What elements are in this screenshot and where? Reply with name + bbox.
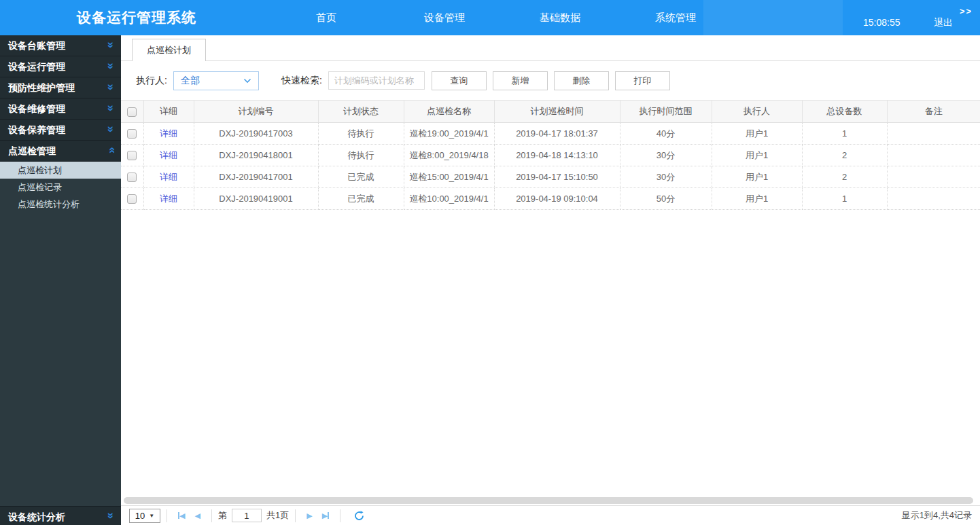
col-header-executor: 执行人 [712, 101, 802, 123]
sidebar-group-inspection[interactable]: 点巡检管理 » [0, 141, 121, 162]
quick-search-input[interactable] [328, 71, 425, 90]
app-title: 设备运行管理系统 [77, 0, 196, 35]
detail-link[interactable]: 详细 [160, 128, 177, 139]
detail-link[interactable]: 详细 [160, 194, 177, 204]
cell-range: 40分 [620, 123, 712, 145]
horizontal-scrollbar-thumb[interactable] [124, 497, 973, 504]
col-header-count: 总设备数 [802, 101, 887, 123]
cell-plan-no: DXJ-20190417003 [194, 123, 318, 145]
last-page-button[interactable]: ▶ [322, 512, 329, 520]
cell-range: 50分 [620, 188, 712, 210]
executor-select-value: 全部 [181, 75, 200, 87]
sidebar-group-label: 点巡检管理 [8, 145, 56, 156]
top-navbar: 设备运行管理系统 首页 设备管理 基础数据 系统管理 15:08:55 退出 >… [0, 0, 980, 35]
select-all-checkbox[interactable] [127, 107, 137, 117]
sidebar-group-operation[interactable]: 设备运行管理 » [0, 56, 121, 77]
page-number-input[interactable] [232, 509, 262, 522]
chevron-down-icon [243, 78, 251, 84]
prev-page-button[interactable]: ◀ [194, 512, 200, 520]
cell-count: 2 [802, 145, 887, 166]
cell-count: 1 [802, 123, 887, 145]
plans-table: 详细 计划编号 计划状态 点巡检名称 计划巡检时间 执行时间范围 执行人 总设备… [121, 100, 980, 210]
table-row: 详细 DXJ-20190418001 待执行 巡检8:00_2019/4/18 … [121, 145, 980, 166]
cell-status: 待执行 [318, 123, 404, 145]
executor-select[interactable]: 全部 [173, 71, 259, 90]
sidebar-group-label: 设备运行管理 [8, 61, 65, 72]
logout-button[interactable]: 退出 [934, 17, 953, 29]
col-header-name: 点巡检名称 [404, 101, 494, 123]
row-checkbox[interactable] [127, 194, 137, 204]
cell-status: 已完成 [318, 166, 404, 188]
table-empty-area [121, 210, 980, 496]
sidebar-group-ledger[interactable]: 设备台账管理 » [0, 35, 121, 56]
cell-time: 2019-04-17 15:10:50 [494, 166, 620, 188]
chevron-double-down-icon: » [105, 126, 117, 132]
sidebar-group-label: 设备统计分析 [8, 511, 65, 522]
cell-plan-no: DXJ-20190418001 [194, 145, 318, 166]
tab-inspection-plan[interactable]: 点巡检计划 [132, 39, 206, 61]
sidebar-group-statistics[interactable]: 设备统计分析 » [0, 506, 121, 525]
filter-bar: 执行人: 全部 快速检索: 查询 新增 删除 打印 [121, 61, 980, 100]
chevron-double-down-icon: » [105, 512, 117, 518]
collapse-sidebar-icon[interactable]: >> [960, 6, 973, 16]
row-checkbox[interactable] [127, 173, 137, 182]
col-header-detail: 详细 [143, 101, 194, 123]
first-page-button[interactable]: ◀ [178, 512, 185, 520]
detail-link[interactable]: 详细 [160, 172, 177, 182]
page-total-label: 共1页 [266, 509, 289, 522]
page-size-value: 10 [135, 511, 145, 521]
cell-remark [887, 188, 980, 210]
divider [340, 509, 340, 522]
detail-link[interactable]: 详细 [160, 150, 177, 160]
sidebar: 设备台账管理 » 设备运行管理 » 预防性维护管理 » 设备维修管理 » 设备保… [0, 35, 121, 525]
nav-item-basedata[interactable]: 基础数据 [540, 0, 580, 35]
cell-name: 巡检15:00_2019/4/1 [404, 166, 494, 188]
inspection-submenu: 点巡检计划 点巡检记录 点巡检统计分析 [0, 162, 121, 213]
sidebar-group-preventive[interactable]: 预防性维护管理 » [0, 77, 121, 98]
cell-status: 待执行 [318, 145, 404, 166]
divider [295, 509, 296, 522]
refresh-button[interactable] [354, 511, 364, 521]
sidebar-item-inspection-record[interactable]: 点巡检记录 [0, 179, 121, 196]
chevron-double-down-icon: » [105, 84, 117, 90]
sidebar-group-maintenance[interactable]: 设备保养管理 » [0, 120, 121, 141]
chevron-double-up-icon: » [105, 147, 117, 153]
sidebar-group-label: 设备保养管理 [8, 124, 65, 135]
cell-plan-no: DXJ-20190419001 [194, 188, 318, 210]
quick-search-label: 快速检索: [281, 75, 322, 87]
add-button[interactable]: 新增 [493, 71, 548, 90]
sidebar-group-label: 设备台账管理 [8, 40, 65, 51]
cell-name: 巡检19:00_2019/4/1 [404, 123, 494, 145]
sidebar-group-repair[interactable]: 设备维修管理 » [0, 98, 121, 120]
delete-button[interactable]: 删除 [554, 71, 609, 90]
tab-bar: 点巡检计划 [121, 35, 980, 61]
chevron-double-down-icon: » [105, 62, 117, 69]
chevron-double-down-icon: » [105, 41, 117, 48]
col-header-status: 计划状态 [318, 101, 404, 123]
nav-item-equipment[interactable]: 设备管理 [424, 0, 465, 35]
sidebar-item-inspection-stats[interactable]: 点巡检统计分析 [0, 196, 121, 213]
sidebar-item-inspection-plan[interactable]: 点巡检计划 [0, 162, 121, 179]
record-summary: 显示1到4,共4记录 [902, 509, 972, 522]
nav-item-home[interactable]: 首页 [316, 0, 336, 35]
table-row: 详细 DXJ-20190417001 已完成 巡检15:00_2019/4/1 … [121, 166, 980, 188]
pagination-bar: 10 ▼ ◀ ◀ 第 共1页 ▶ ▶ 显示1到4,共4记录 [121, 505, 980, 525]
cell-plan-no: DXJ-20190417001 [194, 166, 318, 188]
horizontal-scrollbar [121, 496, 980, 505]
page-size-select[interactable]: 10 ▼ [129, 509, 160, 523]
next-page-button[interactable]: ▶ [307, 512, 312, 520]
cell-count: 1 [802, 188, 887, 210]
query-button[interactable]: 查询 [432, 71, 487, 90]
col-header-remark: 备注 [887, 101, 980, 123]
page-prefix-label: 第 [218, 509, 227, 522]
cell-range: 30分 [620, 145, 712, 166]
nav-item-system[interactable]: 系统管理 [655, 0, 696, 35]
row-checkbox[interactable] [127, 129, 137, 139]
print-button[interactable]: 打印 [615, 71, 670, 90]
cell-remark [887, 145, 980, 166]
nav-highlight-strip [703, 0, 843, 35]
cell-count: 2 [802, 166, 887, 188]
cell-remark [887, 123, 980, 145]
cell-remark [887, 166, 980, 188]
row-checkbox[interactable] [127, 151, 137, 160]
